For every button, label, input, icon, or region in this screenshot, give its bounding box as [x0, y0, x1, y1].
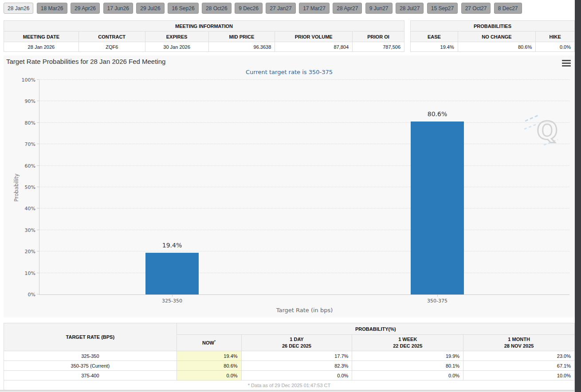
target-rate-cell: 375-400 — [4, 371, 177, 380]
probability-bar — [411, 122, 464, 294]
now-probability-cell: 80.6% — [177, 361, 241, 371]
col-header-now: NOW* — [177, 335, 241, 351]
y-axis-tick — [37, 144, 39, 144]
y-axis-tick — [37, 187, 39, 187]
x-axis-title: Target Rate (in bps) — [39, 307, 569, 314]
tab-meeting-5[interactable]: 16 Sep26 — [168, 3, 198, 14]
probability-bar — [145, 253, 199, 294]
tab-meeting-10[interactable]: 28 Apr27 — [333, 3, 362, 14]
tab-meeting-14[interactable]: 27 Oct27 — [461, 3, 491, 14]
data-as-of-footnote: * Data as of 29 Dec 2025 01:47:53 CT — [4, 380, 575, 390]
hike-value: 0.0% — [536, 42, 575, 52]
probabilities-table: PROBABILITIES EASE NO CHANGE HIKE 19.4% … — [410, 20, 575, 52]
tab-meeting-1[interactable]: 18 Mar26 — [37, 3, 67, 14]
target-rate-probability-chart: Target Rate Probabilities for 28 Jan 202… — [4, 55, 575, 318]
col-header-1-day: 1 DAY26 DEC 2025 — [241, 335, 352, 351]
tab-meeting-12[interactable]: 28 Jul27 — [396, 3, 424, 14]
y-axis-tick-label: 40% — [25, 206, 35, 212]
month-probability-cell: 10.0% — [463, 371, 575, 380]
week-probability-cell: 19.9% — [352, 351, 463, 361]
day-probability-cell: 82.3% — [241, 361, 352, 371]
col-header-target-rate-bps: TARGET RATE (BPS) — [4, 323, 177, 351]
col-header-hike: HIKE — [536, 31, 575, 42]
y-axis-tick-label: 20% — [25, 249, 35, 255]
gridline — [39, 165, 569, 166]
col-header-expires: EXPIRES — [145, 31, 208, 42]
table-row: 350-375 (Current) 80.6% 82.3% 80.1% 67.1… — [4, 361, 575, 371]
y-axis-tick — [37, 165, 39, 166]
bar-value-label: 80.6% — [428, 110, 447, 118]
y-axis-tick-label: 30% — [25, 227, 35, 233]
gridline — [39, 251, 569, 251]
y-axis-title: Probability — [13, 173, 20, 201]
bar-value-label: 19.4% — [162, 242, 182, 249]
gridline — [39, 122, 569, 123]
y-axis-tick — [37, 122, 39, 123]
week-probability-cell: 80.1% — [352, 361, 463, 371]
y-axis-tick — [37, 79, 39, 80]
y-axis-tick-label: 10% — [25, 270, 35, 276]
y-axis-tick-label: 80% — [25, 120, 35, 126]
y-axis-tick — [37, 251, 39, 251]
target-rate-cell: 325-350 — [4, 351, 177, 361]
tab-meeting-15[interactable]: 8 Dec27 — [494, 3, 522, 14]
col-header-prior-oi: PRIOR OI — [353, 31, 404, 42]
now-probability-cell: 19.4% — [177, 351, 241, 361]
contract-value: ZQF6 — [79, 42, 145, 52]
col-header-1-month: 1 MONTH28 NOV 2025 — [463, 335, 575, 351]
tab-meeting-13[interactable]: 15 Sep27 — [427, 3, 458, 14]
svg-text:Q: Q — [537, 116, 558, 145]
plot-area: Probability Target Rate (in bps) Q 0%10%… — [39, 80, 569, 295]
tab-meeting-9[interactable]: 17 Mar27 — [299, 3, 330, 14]
probability-history-table: TARGET RATE (BPS) PROBABILITY(%) NOW* 1 … — [4, 323, 575, 390]
tab-meeting-2[interactable]: 29 Apr26 — [71, 3, 100, 14]
x-axis-tick — [437, 294, 438, 297]
month-probability-cell: 67.1% — [463, 361, 575, 371]
y-axis-tick — [37, 294, 39, 294]
meeting-date-value: 28 Jan 2026 — [4, 42, 79, 52]
hamburger-menu-icon[interactable] — [562, 60, 571, 67]
tab-meeting-6[interactable]: 28 Oct26 — [202, 3, 232, 14]
col-header-no-change: NO CHANGE — [458, 31, 535, 42]
tab-meeting-3[interactable]: 17 Jun26 — [103, 3, 133, 14]
fedwatch-app: 28 Jan26 18 Mar26 29 Apr26 17 Jun26 29 J… — [0, 0, 581, 392]
y-axis-tick-label: 100% — [22, 77, 35, 83]
tab-meeting-4[interactable]: 29 Jul26 — [136, 3, 164, 14]
no-change-value: 80.6% — [458, 42, 535, 52]
y-axis-tick-label: 0% — [28, 292, 35, 298]
gridline — [39, 101, 569, 101]
bottom-divider — [0, 390, 575, 392]
gridline — [39, 144, 569, 144]
table-row: 375-400 0.0% 0.0% 0.0% 10.0% — [4, 371, 575, 380]
col-header-prior-volume: PRIOR VOLUME — [275, 31, 353, 42]
tab-meeting-7[interactable]: 9 Dec26 — [235, 3, 263, 14]
tab-meeting-11[interactable]: 9 Jun27 — [365, 3, 393, 14]
now-probability-cell: 0.0% — [177, 371, 241, 380]
target-rate-cell: 350-375 (Current) — [4, 361, 177, 371]
y-axis-tick-label: 90% — [25, 98, 35, 104]
vertical-scrollbar[interactable] — [575, 0, 581, 392]
day-probability-cell: 0.0% — [241, 371, 352, 380]
week-probability-cell: 0.0% — [352, 371, 463, 380]
x-axis-tick-label: 350-375 — [427, 298, 448, 304]
tab-meeting-0[interactable]: 28 Jan26 — [4, 3, 33, 14]
mid-price-value: 96.3638 — [208, 42, 275, 52]
tab-meeting-8[interactable]: 27 Jan27 — [266, 3, 295, 14]
y-axis-tick — [37, 208, 39, 208]
meeting-date-tabstrip: 28 Jan26 18 Mar26 29 Apr26 17 Jun26 29 J… — [0, 0, 575, 18]
quikstrike-q-logo-icon: Q — [524, 110, 562, 148]
expires-value: 30 Jan 2026 — [145, 42, 208, 52]
chart-title: Target Rate Probabilities for 28 Jan 202… — [6, 58, 165, 65]
ease-value: 19.4% — [411, 42, 458, 52]
col-group-header-probability: PROBABILITY(%) — [177, 323, 574, 335]
table-row: 325-350 19.4% 17.7% 19.9% 23.0% — [4, 351, 575, 361]
col-header-mid-price: MID PRICE — [208, 31, 275, 42]
gridline — [39, 230, 569, 230]
col-header-1-week: 1 WEEK22 DEC 2025 — [352, 335, 463, 351]
y-axis-tick-label: 50% — [25, 184, 35, 190]
col-header-ease: EASE — [411, 31, 458, 42]
meeting-info-title: MEETING INFORMATION — [4, 21, 404, 31]
y-axis-tick-label: 60% — [25, 163, 35, 169]
chart-subtitle: Current target rate is 350-375 — [4, 69, 575, 75]
gridline — [39, 79, 569, 80]
